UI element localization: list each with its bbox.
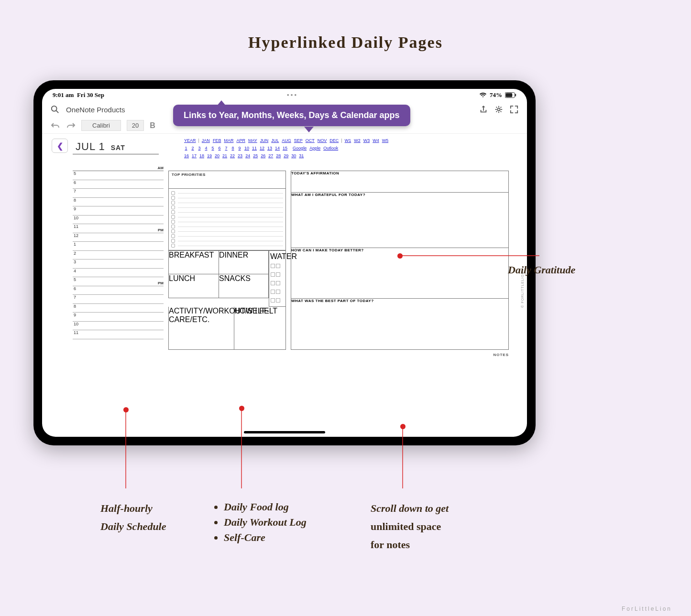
svg-rect-1	[505, 93, 512, 97]
callout-notes: Scroll down to get unlimited space for n…	[371, 502, 449, 551]
copyright-text: © FORLITTLELION	[521, 271, 524, 308]
status-time: 9:01 am	[53, 91, 74, 98]
search-icon[interactable]	[51, 105, 59, 114]
hyperlink-bar[interactable]: YEAR|JANFEBMARAPRMAYJUNJULAUGSEPOCTNOVDE…	[183, 138, 390, 159]
gratitude-label: WHAT AM I GRATEFUL FOR TODAY?	[291, 193, 508, 197]
callout-dot	[123, 407, 129, 412]
middle-column[interactable]: TOP PRIORITIES BREAKFAST DINNER LUNCH	[168, 171, 286, 350]
pill-bottom-tail	[304, 127, 314, 132]
snacks-label: SNACKS	[219, 274, 268, 283]
fullscreen-icon[interactable]	[510, 105, 518, 114]
callout-gratitude: Daily Gratitude	[508, 264, 575, 276]
lunch-label: LUNCH	[169, 274, 219, 283]
callout-schedule: Half-hourlyDaily Schedule	[100, 502, 166, 533]
bestpart-label: WHAT WAS THE BEST PART OF TODAY?	[291, 299, 508, 303]
breakfast-label: BREAKFAST	[169, 251, 219, 259]
activity-label: ACTIVITY/WORKOUT/SELF-CARE/ETC.	[169, 307, 234, 324]
battery-icon	[505, 92, 516, 98]
schedule-column[interactable]: 5AM6789101112PM123456PM7891011	[73, 171, 164, 350]
svg-rect-2	[515, 94, 516, 97]
share-icon[interactable]	[479, 105, 488, 114]
document-canvas: ❮ JUL 1 SAT YEAR|JANFEBMARAPRMAYJUNJULAU…	[42, 136, 527, 437]
font-select[interactable]: Calibri	[81, 120, 121, 131]
redo-icon[interactable]	[66, 122, 76, 130]
callout-dot	[239, 406, 244, 411]
callout-logs: Daily Food logDaily Workout LogSelf-Care	[224, 498, 307, 547]
undo-icon[interactable]	[51, 122, 60, 130]
affirmation-label: TODAY'S AFFIRMATION	[291, 171, 508, 175]
planner-page: JUL 1 SAT YEAR|JANFEBMARAPRMAYJUNJULAUGS…	[73, 136, 527, 437]
callout-dot	[397, 253, 403, 259]
notes-label: NOTES	[73, 353, 509, 357]
svg-line-4	[56, 111, 59, 113]
svg-point-3	[52, 106, 57, 111]
wifi-icon	[479, 92, 487, 98]
gear-icon[interactable]	[494, 105, 503, 114]
water-tracker[interactable]: WATER	[269, 250, 286, 307]
status-date: Fri 30 Sep	[77, 91, 104, 98]
howifelt-label: HOW I FELT	[234, 307, 285, 315]
svg-point-5	[497, 108, 500, 110]
callout-pill: Links to Year, Months, Weeks, Days & Cal…	[173, 105, 410, 126]
status-bar: 9:01 am Fri 30 Sep • • • 74%	[42, 89, 527, 101]
battery-text: 74%	[490, 91, 502, 99]
reflection-column[interactable]: TODAY'S AFFIRMATION WHAT AM I GRATEFUL F…	[291, 171, 509, 350]
tablet-device: 9:01 am Fri 30 Sep • • • 74% OneNote Pro…	[33, 80, 536, 445]
page-credit: ForLittleLion	[622, 605, 672, 612]
page-title: Hyperlinked Daily Pages	[248, 33, 443, 52]
better-label: HOW CAN I MAKE TODAY BETTER?	[291, 248, 508, 252]
top-priorities-label: TOP PRIORITIES	[169, 171, 285, 178]
back-button[interactable]: ❮	[52, 139, 68, 153]
tablet-screen: 9:01 am Fri 30 Sep • • • 74% OneNote Pro…	[42, 89, 527, 437]
dinner-label: DINNER	[219, 251, 268, 259]
fontsize-select[interactable]: 20	[127, 120, 144, 131]
callout-dot	[400, 424, 406, 429]
home-indicator[interactable]	[244, 431, 325, 433]
search-text[interactable]: OneNote Products	[66, 106, 125, 114]
